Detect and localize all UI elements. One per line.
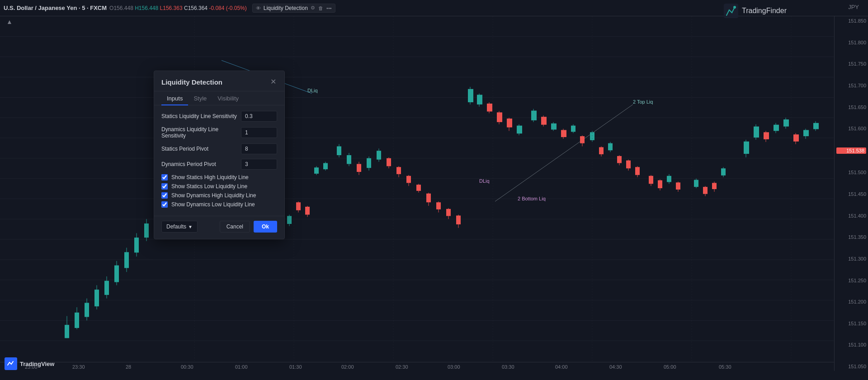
time-label-0430: 04:30 [609,364,622,370]
svg-rect-115 [635,167,640,175]
time-label-0030: 00:30 [181,364,193,370]
svg-rect-33 [94,290,99,306]
svg-rect-119 [658,180,662,189]
svg-rect-89 [507,119,512,127]
show-statics-low-label: Show Statics Low Liquidity Line [171,183,247,190]
svg-rect-117 [649,176,653,184]
show-statics-high-row: Show Statics High Liquidity Line [161,174,277,180]
time-label-0530: 05:30 [719,364,731,370]
price-h-value: 156.448 [139,5,158,11]
svg-rect-155 [323,163,328,170]
svg-rect-27 [65,325,69,338]
ok-button[interactable]: Ok [254,221,277,233]
price-level: 151.200 [836,299,866,304]
price-c-value: 156.364 [188,5,208,11]
time-label-2330: 23:30 [72,364,85,370]
settings-icon[interactable]: ⚙ [310,5,316,11]
svg-rect-137 [764,132,769,139]
indicator-name: Liquidity Detection [264,5,308,11]
svg-rect-151 [305,207,310,215]
current-price-badge: 151.538 [836,147,866,154]
show-dynamics-high-checkbox[interactable] [161,192,168,199]
svg-rect-79 [456,215,461,224]
svg-rect-31 [85,303,89,317]
more-icon[interactable]: ••• [326,5,332,11]
svg-rect-41 [134,238,139,252]
up-arrow: ▲ [6,18,13,25]
svg-rect-61 [367,158,371,168]
svg-rect-107 [599,147,604,154]
price-level: 151.850 [836,18,866,24]
show-statics-low-row: Show Statics Low Liquidity Line [161,183,277,190]
dialog: Liquidity Detection ✕ Inputs Style Visib… [154,71,285,239]
show-statics-high-label: Show Statics High Liquidity Line [171,174,249,180]
price-level: 151.500 [836,170,866,175]
tab-style[interactable]: Style [188,91,212,105]
svg-rect-57 [347,155,351,164]
indicator-label[interactable]: 👁 Liquidity Detection ⚙ 🗑 ••• [252,4,335,13]
tab-visibility[interactable]: Visibility [212,91,244,105]
show-statics-high-checkbox[interactable] [161,174,168,180]
svg-rect-35 [104,281,109,295]
svg-rect-81 [468,89,473,102]
tradingview-icon [5,357,17,370]
price-level: 151.100 [836,342,866,347]
svg-text:2 Top Liq: 2 Top Liq [633,99,653,104]
dialog-close-button[interactable]: ✕ [269,77,277,86]
show-dynamics-high-label: Show Dynamics High Liquidity Line [171,192,256,199]
svg-rect-87 [497,112,502,122]
svg-text:DLiq: DLiq [307,88,318,93]
price-level: 151.750 [836,61,866,66]
price-level: 151.450 [836,191,866,197]
time-label-0500: 05:00 [664,364,676,370]
price-info: O156.448 H156.448 L156.363 C156.364 -0.0… [109,5,247,11]
instrument-info: U.S. Dollar / Japanese Yen · 5 · FXCM O1… [4,5,247,11]
price-level: 151.600 [836,126,866,131]
svg-rect-111 [617,156,622,163]
svg-rect-0 [724,4,738,18]
svg-rect-63 [377,151,381,159]
jpy-label: JPY [848,4,859,10]
svg-rect-141 [783,119,789,127]
dynamics-period-input[interactable] [241,159,277,170]
svg-rect-135 [754,127,759,138]
svg-rect-71 [416,185,421,191]
show-statics-low-checkbox[interactable] [161,183,168,190]
svg-rect-121 [667,176,671,182]
dynamics-period-row: Dynamics Period Pivot [161,159,277,170]
svg-point-1 [733,6,736,9]
svg-rect-37 [114,266,119,282]
svg-rect-149 [296,202,301,210]
svg-rect-125 [694,180,698,187]
statics-period-input[interactable] [241,143,277,154]
show-dynamics-low-checkbox[interactable] [161,201,168,208]
time-label-0130: 01:30 [289,364,302,370]
price-level: 151.250 [836,278,866,283]
svg-rect-139 [774,125,779,131]
time-label-0100: 01:00 [235,364,248,370]
delete-icon[interactable]: 🗑 [318,5,324,11]
defaults-button[interactable]: Defaults ▼ [161,221,198,233]
svg-text:2 Bottom Liq: 2 Bottom Liq [518,196,546,201]
dynamics-sensitivity-input[interactable] [241,127,277,138]
price-c-label: C [184,5,188,11]
dynamics-period-label: Dynamics Period Pivot [161,161,241,167]
svg-rect-97 [551,124,557,130]
cancel-button[interactable]: Cancel [220,221,250,233]
svg-rect-69 [406,176,411,183]
dialog-footer: Defaults ▼ Cancel Ok [154,216,284,239]
svg-text:DLiq: DLiq [479,178,490,184]
svg-rect-29 [75,313,79,328]
svg-rect-75 [436,202,441,209]
svg-rect-59 [357,164,361,172]
chart-svg: DLiq 2 Top Liq DLiq 2 Bottom Liq [0,16,834,362]
tradingview-text: TradingView [20,361,54,367]
tradingview-logo: TradingView [5,357,54,370]
dynamics-sensitivity-label: Dynamics Liquidity Line Sensitivity [161,126,241,139]
statics-sensitivity-input[interactable] [241,111,277,122]
svg-rect-77 [446,209,451,216]
svg-rect-73 [426,194,431,202]
svg-rect-65 [387,158,391,166]
time-label-0400: 04:00 [555,364,568,370]
tab-inputs[interactable]: Inputs [161,91,188,105]
